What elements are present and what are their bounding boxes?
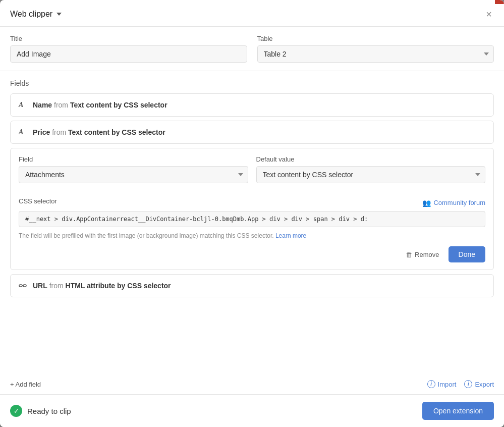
open-extension-button[interactable]: Open extension	[422, 402, 494, 420]
export-label: Export	[475, 381, 494, 388]
add-field-button[interactable]: + Add field	[10, 381, 41, 388]
remove-button[interactable]: 🗑 Remove	[402, 248, 443, 261]
fields-section: Fields A Name from Text content by CSS s…	[0, 71, 504, 375]
ready-text: Ready to clip	[27, 407, 71, 415]
import-export-row: i Import i Export	[427, 380, 494, 388]
default-value-col: Default value Text content by CSS select…	[256, 155, 486, 183]
url-field-card[interactable]: URL from HTML attribute by CSS selector	[10, 274, 494, 297]
css-selector-label: CSS selector	[19, 197, 57, 205]
table-group: Table Table 1 Table 2 Table 3	[257, 35, 494, 63]
action-row: 🗑 Remove Done	[19, 246, 485, 262]
modal-title: Web clipper	[10, 10, 62, 19]
web-clipper-modal: Web clipper × Title Table Table 1 Table …	[0, 0, 504, 427]
field-select-wrapper: Name Price Attachments URL	[19, 166, 248, 183]
css-selector-section: CSS selector 👥 Community forum The field…	[19, 197, 485, 262]
remove-label: Remove	[415, 251, 439, 258]
price-field-label: Price from Text content by CSS selector	[33, 128, 165, 136]
fields-title: Fields	[10, 79, 494, 87]
community-forum-label: Community forum	[433, 199, 485, 206]
svg-rect-1	[23, 285, 26, 287]
default-value-select[interactable]: Text content by CSS selector HTML attrib…	[256, 166, 486, 183]
add-field-row: + Add field i Import i Export	[0, 375, 504, 394]
community-forum-link[interactable]: 👥 Community forum	[422, 199, 485, 207]
url-field-label: URL from HTML attribute by CSS selector	[33, 282, 171, 290]
export-icon: i	[464, 380, 472, 388]
modal-title-text: Web clipper	[10, 10, 52, 19]
css-selector-header: CSS selector 👥 Community forum	[19, 197, 485, 208]
text-icon: A	[19, 101, 28, 109]
css-selector-input[interactable]	[19, 211, 485, 227]
table-select-wrapper: Table 1 Table 2 Table 3	[257, 45, 494, 63]
import-icon: i	[427, 380, 435, 388]
default-value-select-wrapper: Text content by CSS selector HTML attrib…	[256, 166, 486, 183]
title-table-row: Title Table Table 1 Table 2 Table 3	[0, 27, 504, 71]
learn-more-link[interactable]: Learn more	[275, 232, 306, 239]
url-field-source: HTML attribute by CSS selector	[66, 282, 171, 290]
check-icon: ✓	[10, 405, 22, 417]
table-select[interactable]: Table 1 Table 2 Table 3	[257, 45, 494, 63]
price-field-source: Text content by CSS selector	[68, 128, 165, 136]
modal-footer: ✓ Ready to clip Open extension	[0, 394, 504, 427]
done-button[interactable]: Done	[449, 246, 485, 262]
price-field-from: from	[52, 128, 68, 136]
text-icon: A	[19, 128, 28, 136]
default-value-label: Default value	[256, 155, 486, 163]
name-field-name: Name	[33, 101, 52, 109]
name-field-from: from	[54, 101, 70, 109]
chevron-down-icon[interactable]	[57, 13, 62, 16]
hint-text: The field will be prefilled with the fir…	[19, 231, 485, 240]
close-button[interactable]: ×	[484, 8, 494, 20]
import-button[interactable]: i Import	[427, 380, 457, 388]
price-field-name: Price	[33, 128, 50, 136]
field-select[interactable]: Name Price Attachments URL	[19, 166, 248, 183]
title-label: Title	[10, 35, 247, 42]
hint-main-text: The field will be prefilled with the fir…	[19, 232, 274, 239]
import-label: Import	[438, 381, 457, 388]
community-icon: 👥	[422, 199, 431, 207]
table-label: Table	[257, 35, 494, 42]
title-group: Title	[10, 35, 247, 63]
modal-header: Web clipper ×	[0, 0, 504, 27]
link-icon	[19, 282, 28, 290]
field-default-row: Field Name Price Attachments URL Default…	[19, 155, 485, 183]
title-input[interactable]	[10, 45, 247, 63]
field-col: Field Name Price Attachments URL	[19, 155, 248, 183]
field-col-label: Field	[19, 155, 248, 163]
svg-rect-0	[19, 285, 22, 287]
name-field-label: Name from Text content by CSS selector	[33, 101, 167, 109]
price-field-card[interactable]: A Price from Text content by CSS selecto…	[10, 121, 494, 144]
attachments-field-card: Field Name Price Attachments URL Default…	[10, 148, 494, 270]
url-field-from: from	[49, 282, 66, 290]
name-field-source: Text content by CSS selector	[70, 101, 167, 109]
url-field-name: URL	[33, 282, 47, 290]
ready-status: ✓ Ready to clip	[10, 405, 71, 417]
trash-icon: 🗑	[406, 251, 412, 258]
name-field-card[interactable]: A Name from Text content by CSS selector	[10, 93, 494, 117]
export-button[interactable]: i Export	[464, 380, 494, 388]
